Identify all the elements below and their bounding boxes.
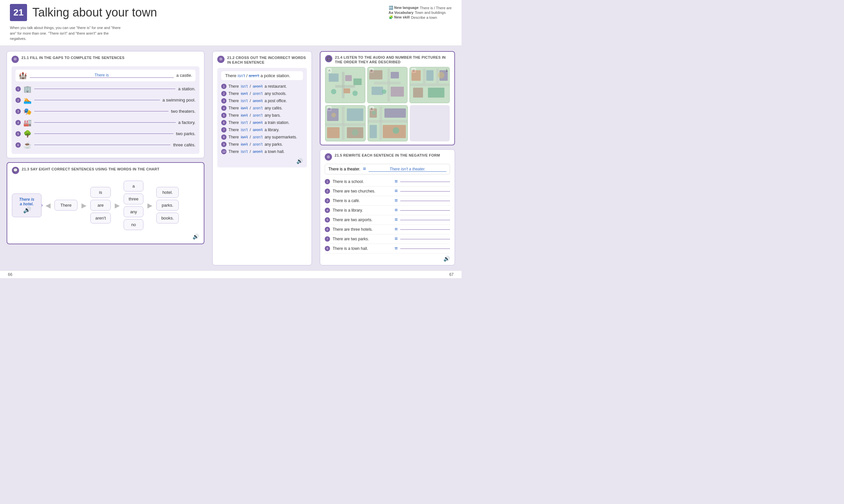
chart-a: a bbox=[124, 181, 143, 192]
audio-section-21-3[interactable]: 🔊 bbox=[12, 233, 199, 240]
svg-rect-21 bbox=[411, 70, 421, 81]
svg-rect-15 bbox=[391, 87, 404, 96]
chart-no: no bbox=[124, 219, 143, 230]
svg-rect-4 bbox=[345, 75, 352, 81]
rewrite-example-answer: There isn't a theater. bbox=[369, 167, 446, 172]
equals-8: = bbox=[395, 246, 398, 252]
svg-rect-22 bbox=[426, 70, 433, 81]
factory-icon: 🏭 bbox=[23, 119, 32, 127]
arrow-right-1: ◀ bbox=[46, 201, 51, 209]
svg-rect-1 bbox=[335, 85, 355, 88]
equals-5: = bbox=[395, 217, 398, 223]
say-chart: There is a hotel. 🔊 ◀ There ▶ is are are… bbox=[12, 177, 199, 233]
section-21-4: 🎧 21.4 LISTEN TO THE AUDIO AND NUMBER TH… bbox=[320, 51, 455, 146]
info-bar-right: 🔤 New language There is / There are Aa V… bbox=[389, 5, 452, 19]
speech-bubble: There is a hotel. 🔊 bbox=[12, 194, 41, 217]
crossout-row-8: 8 There isn't / aren't any supermarkets. bbox=[221, 133, 303, 141]
row-num-6: 6 bbox=[16, 142, 21, 148]
section-21-1: ⚙ 21.1 FILL IN THE GAPS TO COMPLETE THE … bbox=[6, 51, 204, 158]
audio-icon-21-3[interactable]: 🔊 bbox=[193, 234, 199, 239]
svg-point-35 bbox=[352, 129, 358, 136]
rewrite-sentence-1: There is a school. bbox=[333, 179, 392, 184]
row-4-text: a factory. bbox=[178, 120, 196, 125]
rewrite-sentence-8: There is a town hall. bbox=[333, 246, 392, 251]
map-svg-E bbox=[368, 107, 408, 140]
map-tile-C: C 1 bbox=[410, 67, 450, 103]
intro-bar: When you talk about things, you can use … bbox=[0, 24, 462, 46]
gear-icon-21-1: ⚙ bbox=[12, 56, 19, 63]
crossout-row-5: 5 There isn't / aren't any bars. bbox=[221, 112, 303, 119]
chart-hotel: hotel. bbox=[156, 187, 179, 198]
pool-icon: 🏊 bbox=[23, 96, 32, 104]
fill-row-5: 5 🌳 two parks. bbox=[16, 128, 196, 140]
section-21-5-header: ⚙ 21.5 REWRITE EACH SENTENCE IN THE NEGA… bbox=[325, 153, 450, 161]
svg-rect-11 bbox=[388, 69, 390, 102]
rewrite-sentence-6: There are three hotels. bbox=[333, 227, 392, 232]
crossout-example: There isn't / aren't a police station. bbox=[221, 71, 303, 80]
svg-point-16 bbox=[382, 89, 387, 94]
fill-line-1 bbox=[34, 89, 175, 89]
section-21-2: ⚙ 21.2 CROSS OUT THE INCORRECT WORDS IN … bbox=[212, 51, 312, 266]
section-21-4-title: 21.4 LISTEN TO THE AUDIO AND NUMBER THE … bbox=[335, 55, 450, 65]
right-panel: 🎧 21.4 LISTEN TO THE AUDIO AND NUMBER TH… bbox=[315, 46, 462, 271]
svg-rect-12 bbox=[369, 70, 382, 79]
crossout-row-7: 7 There isn't / aren't a library. bbox=[221, 126, 303, 133]
rewrite-row-6: 6 There are three hotels. = bbox=[325, 225, 450, 234]
rewrite-sentence-4: There is a library. bbox=[333, 208, 392, 213]
chart-any: any bbox=[124, 206, 143, 217]
audio-icon-21-5[interactable]: 🔊 bbox=[444, 256, 450, 262]
fill-row-4: 4 🏭 a factory. bbox=[16, 117, 196, 128]
svg-rect-2 bbox=[342, 72, 344, 98]
gear-icon-21-2: ⚙ bbox=[217, 56, 225, 63]
row-3-text: two theaters. bbox=[171, 109, 196, 114]
map-svg-C bbox=[410, 69, 449, 102]
svg-rect-24 bbox=[413, 88, 423, 97]
audio-icon-21-2[interactable]: 🔊 bbox=[297, 158, 303, 164]
rewrite-row-4: 4 There is a library. = bbox=[325, 206, 450, 215]
rewrite-example-row: There is a theater. = There isn't a thea… bbox=[325, 164, 450, 174]
main-content: ⚙ 21.1 FILL IN THE GAPS TO COMPLETE THE … bbox=[0, 46, 462, 271]
chart-is: is bbox=[90, 187, 111, 198]
intro-text: When you talk about things, you can use … bbox=[10, 25, 122, 41]
arrow-right-4: ▶ bbox=[147, 201, 152, 209]
svg-point-7 bbox=[353, 91, 358, 96]
crossout-row-4: 4 There isn't / aren't any cafés. bbox=[221, 105, 303, 112]
equals-6: = bbox=[395, 227, 398, 232]
rewrite-line-7 bbox=[400, 239, 450, 239]
chart-arent: aren't bbox=[90, 213, 111, 223]
map-svg-B bbox=[367, 69, 407, 102]
example-answer: There is bbox=[30, 73, 174, 78]
fill-row-1: 1 🏢 a station. bbox=[16, 84, 196, 95]
section-21-3-header: 💬 21.3 SAY EIGHT CORRECT SENTENCES USING… bbox=[12, 167, 199, 174]
svg-rect-37 bbox=[379, 107, 382, 140]
rewrite-example-sentence: There is a theater. bbox=[328, 167, 360, 172]
chart-col3: a three any no bbox=[124, 181, 143, 230]
audio-section-21-2[interactable]: 🔊 bbox=[221, 158, 303, 164]
right-page-num: 67 bbox=[449, 272, 454, 277]
section-21-3: 💬 21.3 SAY EIGHT CORRECT SENTENCES USING… bbox=[6, 162, 204, 244]
park-icon: 🌳 bbox=[23, 130, 32, 138]
equals-sign-example: = bbox=[363, 166, 366, 172]
svg-rect-18 bbox=[410, 84, 449, 86]
section-21-5: ⚙ 21.5 REWRITE EACH SENTENCE IN THE NEGA… bbox=[320, 149, 455, 265]
chart-books: books. bbox=[156, 213, 179, 223]
svg-point-26 bbox=[438, 72, 445, 78]
svg-rect-40 bbox=[384, 108, 406, 118]
row-num-5: 5 bbox=[16, 131, 21, 137]
section-21-5-title: 21.5 REWRITE EACH SENTENCE IN THE NEGATI… bbox=[335, 153, 440, 158]
middle-panel: ⚙ 21.2 CROSS OUT THE INCORRECT WORDS IN … bbox=[210, 46, 315, 271]
map-tile-A: A bbox=[325, 67, 365, 103]
equals-2: = bbox=[395, 188, 398, 194]
crossout-row-9: 9 There isn't / aren't any parks. bbox=[221, 141, 303, 148]
audio-section-21-5[interactable]: 🔊 bbox=[325, 255, 450, 262]
rewrite-sentence-2: There are two churches. bbox=[333, 189, 392, 194]
fill-gaps-content: 🏰 There is a castle. 1 🏢 a station. 2 🏊 … bbox=[12, 66, 199, 154]
castle-icon: 🏰 bbox=[19, 72, 27, 79]
row-2-text: a swimming pool. bbox=[163, 97, 196, 103]
svg-point-43 bbox=[372, 111, 376, 115]
section-21-2-header: ⚙ 21.2 CROSS OUT THE INCORRECT WORDS IN … bbox=[217, 55, 307, 65]
chart-col2: is are aren't bbox=[90, 187, 111, 223]
rewrite-line-4 bbox=[400, 210, 450, 211]
rewrite-sentence-3: There is a café. bbox=[333, 198, 392, 203]
map-svg-D bbox=[325, 107, 365, 140]
